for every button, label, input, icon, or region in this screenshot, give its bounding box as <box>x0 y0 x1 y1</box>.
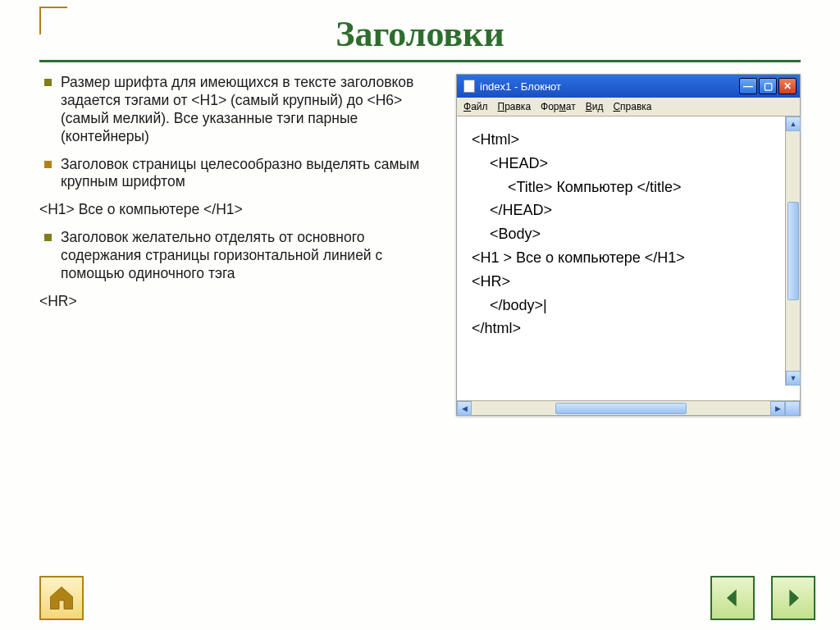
document-icon <box>463 80 475 93</box>
code-example-h1: <H1> Все о компьютере </H1> <box>39 201 436 219</box>
code-line: <Title> Компьютер </title> <box>472 176 788 199</box>
code-line: <HR> <box>472 270 788 294</box>
code-line: <HEAD> <box>472 152 788 176</box>
code-line: </HEAD> <box>472 199 788 222</box>
next-slide-button[interactable] <box>771 576 815 620</box>
scroll-left-button[interactable]: ◀ <box>457 401 472 416</box>
scroll-down-button[interactable]: ▼ <box>786 371 801 386</box>
scroll-corner <box>785 401 800 416</box>
bullet-page-heading: Заголовок страницы целесообразно выделят… <box>39 156 436 192</box>
prev-slide-button[interactable] <box>710 576 755 620</box>
home-icon <box>47 583 76 613</box>
bullet-separator: Заголовок желательно отделять от основно… <box>39 229 436 283</box>
code-line: <Body> <box>472 222 788 246</box>
slide-title: Заголовки <box>39 0 801 62</box>
vertical-scrollbar[interactable]: ▲ ▼ <box>785 116 800 386</box>
menubar: Файл Правка Формат Вид Справка <box>457 98 800 116</box>
scroll-up-button[interactable]: ▲ <box>786 116 801 131</box>
code-example-hr: <HR> <box>39 293 436 311</box>
screenshot-column: index1 - Блокнот — ▢ ✕ Файл Правка Форма… <box>456 74 801 416</box>
titlebar: index1 - Блокнот — ▢ ✕ <box>457 75 800 98</box>
chevron-left-icon <box>721 587 744 609</box>
chevron-right-icon <box>782 587 805 609</box>
corner-decoration <box>39 7 67 34</box>
editor-content[interactable]: <Html> <HEAD> <Title> Компьютер </title>… <box>457 116 800 400</box>
menu-edit[interactable]: Правка <box>498 101 532 112</box>
close-button[interactable]: ✕ <box>778 78 797 94</box>
scroll-right-button[interactable]: ▶ <box>770 401 785 416</box>
scroll-thumb-horizontal[interactable] <box>555 403 687 414</box>
home-button[interactable] <box>39 576 84 620</box>
code-line: <Html> <box>472 128 788 152</box>
maximize-button[interactable]: ▢ <box>759 78 777 94</box>
code-line: </body> <box>472 294 788 317</box>
minimize-button[interactable]: — <box>739 78 757 94</box>
navigation-footer <box>39 576 815 620</box>
content-area: Размер шрифта для имеющихся в тексте заг… <box>0 74 840 416</box>
menu-file[interactable]: Файл <box>463 101 488 112</box>
menu-format[interactable]: Формат <box>541 101 576 112</box>
text-column: Размер шрифта для имеющихся в тексте заг… <box>39 74 436 321</box>
menu-view[interactable]: Вид <box>586 101 604 112</box>
code-line: </html> <box>472 317 788 340</box>
bullet-font-size: Размер шрифта для имеющихся в тексте заг… <box>39 74 436 146</box>
code-line: <H1 > Все о компьютере </H1> <box>472 246 788 270</box>
window-title: index1 - Блокнот <box>480 80 561 93</box>
notepad-window: index1 - Блокнот — ▢ ✕ Файл Правка Форма… <box>456 74 801 416</box>
menu-help[interactable]: Справка <box>613 101 651 112</box>
horizontal-scrollbar[interactable]: ◀ ▶ <box>457 400 800 415</box>
scroll-thumb-vertical[interactable] <box>788 202 799 300</box>
